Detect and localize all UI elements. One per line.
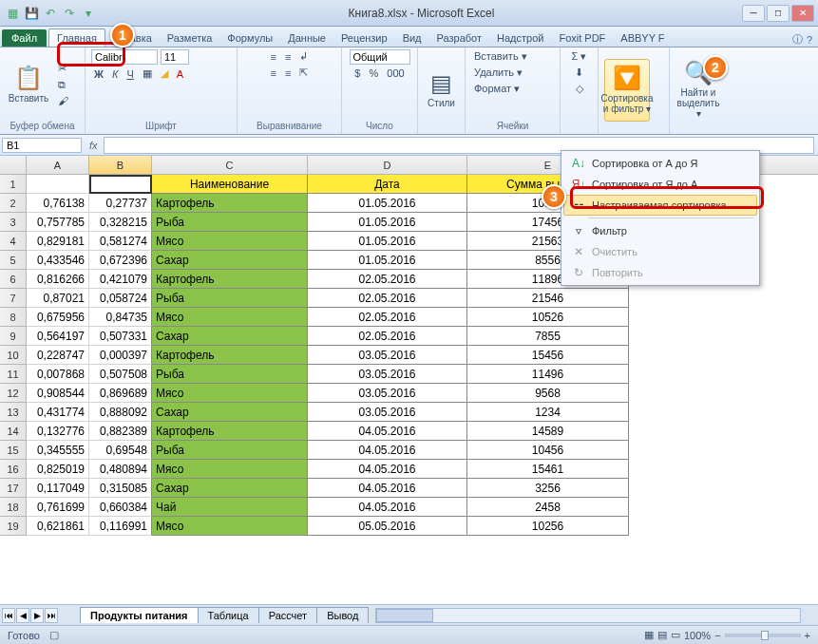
delete-cells-button[interactable]: Удалить ▾ [471, 66, 525, 80]
sheet-nav-first[interactable]: ⏮ [2, 608, 15, 623]
sheet-tab-0[interactable]: Продукты питания [80, 607, 199, 623]
align-mid-icon[interactable]: ≡ [282, 50, 294, 64]
italic-button[interactable]: К [109, 67, 121, 81]
cell[interactable]: Дата [308, 175, 467, 194]
row-header[interactable]: 7 [0, 289, 27, 308]
help-icon[interactable]: ? [807, 34, 812, 46]
cell[interactable]: 04.05.2016 [308, 498, 467, 517]
cell[interactable]: Наименование [152, 175, 308, 194]
macro-record-icon[interactable]: ▢ [49, 629, 59, 641]
row-header[interactable]: 6 [0, 270, 27, 289]
cell[interactable]: Картофель [152, 194, 308, 213]
row-header[interactable]: 15 [0, 441, 27, 460]
cell[interactable]: 0,564197 [27, 327, 89, 346]
cell[interactable]: 03.05.2016 [308, 384, 467, 403]
sheet-nav-last[interactable]: ⏭ [45, 608, 58, 623]
redo-icon[interactable]: ↷ [61, 5, 78, 22]
select-all-corner[interactable] [0, 156, 27, 174]
cell[interactable]: 2458 [467, 498, 629, 517]
cell[interactable]: 15461 [467, 460, 629, 479]
wrap-text-icon[interactable]: ↲ [296, 49, 311, 64]
cell[interactable]: Мясо [152, 232, 308, 251]
percent-icon[interactable]: % [366, 66, 381, 80]
row-header[interactable]: 13 [0, 403, 27, 422]
cell[interactable]: 0,433546 [27, 251, 89, 270]
cell[interactable]: 0,421079 [89, 270, 152, 289]
row-header[interactable]: 5 [0, 251, 27, 270]
cell[interactable]: Сахар [152, 251, 308, 270]
cell[interactable]: 11496 [467, 365, 629, 384]
col-header-d[interactable]: D [308, 156, 467, 174]
undo-icon[interactable]: ↶ [42, 5, 59, 22]
tab-file[interactable]: Файл [2, 29, 47, 47]
cut-icon[interactable]: ✂ [55, 62, 71, 76]
cell[interactable]: 0,69548 [89, 441, 152, 460]
styles-button[interactable]: ▤ Стили [424, 59, 459, 122]
align-left-icon[interactable]: ≡ [268, 66, 279, 80]
row-header[interactable]: 19 [0, 517, 27, 536]
cell[interactable]: 02.05.2016 [308, 327, 467, 346]
tab-abbyy[interactable]: ABBYY F [613, 29, 672, 47]
tab-home[interactable]: Главная [48, 28, 105, 47]
cell[interactable]: Мясо [152, 308, 308, 327]
cell[interactable]: 0,888092 [89, 403, 152, 422]
row-header[interactable]: 14 [0, 422, 27, 441]
cell[interactable]: Мясо [152, 517, 308, 536]
cell[interactable]: 0,000397 [89, 346, 152, 365]
cell[interactable]: 03.05.2016 [308, 403, 467, 422]
row-header[interactable]: 4 [0, 232, 27, 251]
merge-icon[interactable]: ⇱ [296, 66, 311, 80]
cell[interactable]: 0,882389 [89, 422, 152, 441]
cell[interactable]: Картофель [152, 270, 308, 289]
cell[interactable]: 0,87021 [27, 289, 89, 308]
fx-icon[interactable]: fx [84, 140, 104, 151]
cell[interactable] [27, 175, 89, 194]
col-header-a[interactable]: A [27, 156, 89, 174]
align-top-icon[interactable]: ≡ [268, 50, 279, 64]
row-header[interactable]: 17 [0, 479, 27, 498]
row-header[interactable]: 10 [0, 346, 27, 365]
cell[interactable]: Сахар [152, 327, 308, 346]
cell[interactable]: 01.05.2016 [308, 251, 467, 270]
col-header-b[interactable]: B [89, 156, 152, 174]
cell[interactable]: 04.05.2016 [308, 479, 467, 498]
cell[interactable]: 01.05.2016 [308, 213, 467, 232]
bold-button[interactable]: Ж [91, 67, 106, 81]
cell[interactable]: 0,480894 [89, 460, 152, 479]
cell[interactable]: 0,84735 [89, 308, 152, 327]
row-header[interactable]: 9 [0, 327, 27, 346]
qat-more-icon[interactable]: ▾ [80, 5, 97, 22]
zoom-in-button[interactable]: + [805, 630, 810, 641]
menu-sort-az[interactable]: A↓ Сортировка от А до Я [563, 153, 757, 174]
insert-cells-button[interactable]: Вставить ▾ [471, 49, 530, 64]
cell[interactable]: 0,757785 [27, 213, 89, 232]
maximize-button[interactable]: □ [767, 5, 789, 22]
cell[interactable]: 0,431774 [27, 403, 89, 422]
cell[interactable]: 0,675956 [27, 308, 89, 327]
cell[interactable]: 04.05.2016 [308, 422, 467, 441]
cell[interactable]: 0,76138 [27, 194, 89, 213]
cell[interactable]: 15456 [467, 346, 629, 365]
clear-button[interactable]: ◇ [573, 82, 586, 96]
cell[interactable]: Мясо [152, 460, 308, 479]
view-layout-icon[interactable]: ▤ [657, 629, 667, 641]
sort-filter-button[interactable]: 🔽 Сортировка и фильтр ▾ [604, 59, 650, 122]
tab-formulas[interactable]: Формулы [219, 29, 280, 47]
cell[interactable]: 7855 [467, 327, 629, 346]
cell[interactable]: 0,660384 [89, 498, 152, 517]
save-icon[interactable]: 💾 [23, 5, 40, 22]
cell[interactable]: 0,116991 [89, 517, 152, 536]
close-button[interactable]: ✕ [791, 5, 814, 22]
cell[interactable]: 0,27737 [89, 194, 152, 213]
sheet-nav-prev[interactable]: ◀ [16, 608, 29, 623]
cell[interactable]: 10526 [467, 308, 629, 327]
view-normal-icon[interactable]: ▦ [644, 629, 654, 641]
format-painter-icon[interactable]: 🖌 [55, 94, 71, 107]
horizontal-scrollbar[interactable] [375, 608, 801, 623]
row-header[interactable]: 2 [0, 194, 27, 213]
font-size-combo[interactable] [161, 49, 189, 65]
cell[interactable]: 0,315085 [89, 479, 152, 498]
name-box[interactable] [2, 138, 82, 153]
currency-icon[interactable]: $ [352, 66, 363, 80]
minimize-button[interactable]: ─ [742, 5, 765, 22]
